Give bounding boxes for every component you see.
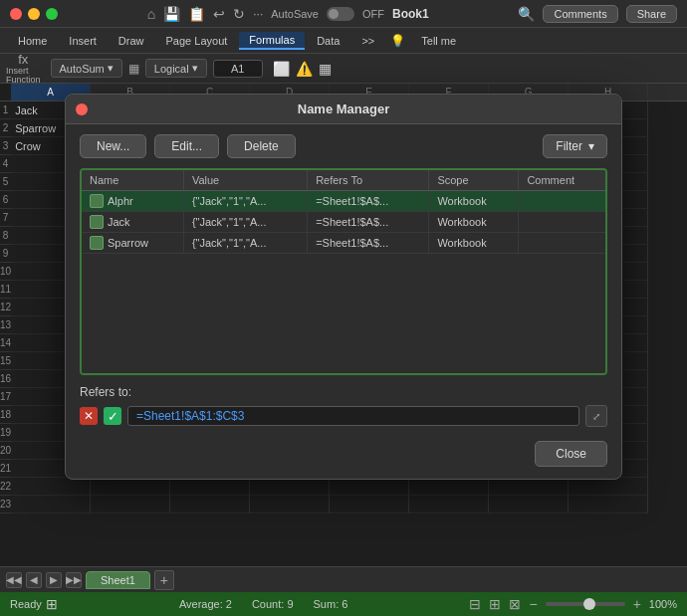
page-break-view-icon[interactable]: ⊠ — [509, 596, 521, 612]
zoom-slider[interactable] — [546, 602, 625, 606]
logical-icon: ▦ — [128, 62, 139, 76]
title-bar-center: ⌂ 💾 📋 ↩ ↻ ··· AutoSave OFF Book1 — [64, 6, 512, 22]
zoom-thumb — [583, 598, 595, 610]
tab-formulas[interactable]: Formulas — [239, 32, 305, 50]
autosave-toggle[interactable] — [327, 7, 354, 21]
value-cell-1: {"Jack","1","A... — [183, 212, 307, 233]
book-title: Book1 — [392, 7, 429, 21]
name-cell-2: Sparrow — [82, 233, 183, 254]
scope-cell-0: Workbook — [429, 191, 519, 212]
refsto-cell-2: =Sheet1!$A$... — [308, 233, 429, 254]
logical-label: Logical — [154, 63, 189, 75]
new-button[interactable]: New... — [80, 134, 146, 158]
sheet-nav-right[interactable]: ▶▶ — [66, 572, 82, 588]
comment-cell-0 — [519, 191, 605, 212]
refers-to-input[interactable] — [127, 406, 579, 426]
sheet-nav-next[interactable]: ▶ — [46, 572, 62, 588]
sheet-tabs-bar: ◀◀ ◀ ▶ ▶▶ Sheet1 + — [0, 566, 687, 592]
edit-button[interactable]: Edit... — [154, 134, 219, 158]
dialog-title: Name Manager — [298, 102, 389, 116]
table-row-0[interactable]: Alphr{"Jack","1","A...=Sheet1!$A$...Work… — [82, 191, 605, 212]
name-manager-dialog: Name Manager New... Edit... Delete Filte… — [65, 94, 622, 480]
filter-button[interactable]: Filter ▾ — [543, 134, 607, 158]
add-sheet-button[interactable]: + — [154, 570, 174, 590]
formula-icons: ⬜ ⚠️ ▦ — [273, 61, 332, 77]
close-traffic-light[interactable] — [10, 8, 22, 20]
filter-chevron-icon: ▾ — [588, 139, 594, 153]
name-table-body: Alphr{"Jack","1","A...=Sheet1!$A$...Work… — [82, 191, 605, 254]
sheet-tab-sheet1[interactable]: Sheet1 — [86, 571, 150, 589]
share-button[interactable]: Share — [626, 5, 677, 23]
sheet-nav-left[interactable]: ◀◀ — [6, 572, 22, 588]
name-cell-0: Alphr — [82, 191, 183, 212]
refers-confirm-button[interactable]: ✓ — [104, 407, 121, 425]
tab-page-layout[interactable]: Page Layout — [156, 33, 238, 49]
page-setup-icon: ⊞ — [46, 596, 58, 612]
status-right: ⊟ ⊞ ⊠ − + 100% — [469, 596, 677, 612]
ready-label: Ready — [10, 598, 42, 610]
zoom-percentage: 100% — [649, 598, 677, 610]
tab-insert[interactable]: Insert — [59, 33, 107, 49]
zoom-minus-icon[interactable]: − — [529, 596, 537, 612]
name-cell-1: Jack — [82, 212, 183, 233]
comments-button[interactable]: Comments — [543, 5, 617, 23]
col-value: Value — [183, 170, 307, 191]
table-header-row: Name Value Refers To Scope Comment — [82, 170, 605, 191]
col-refers-to: Refers To — [308, 170, 429, 191]
refers-expand-button[interactable]: ⤢ — [585, 405, 607, 427]
table-row-1[interactable]: Jack{"Jack","1","A...=Sheet1!$A$...Workb… — [82, 212, 605, 233]
status-center: Average: 2 Count: 9 Sum: 6 — [78, 598, 450, 610]
comment-cell-1 — [519, 212, 605, 233]
lightbulb-icon: 💡 — [390, 34, 405, 48]
autosave-label: AutoSave — [271, 8, 319, 20]
page-layout-view-icon[interactable]: ⊞ — [489, 596, 501, 612]
logical-button[interactable]: Logical ▾ — [145, 59, 207, 78]
dialog-toolbar: New... Edit... Delete Filter ▾ — [66, 124, 621, 168]
title-bar: ⌂ 💾 📋 ↩ ↻ ··· AutoSave OFF Book1 🔍 Comme… — [0, 0, 687, 28]
tab-data[interactable]: Data — [307, 33, 349, 49]
delete-button[interactable]: Delete — [227, 134, 296, 158]
zoom-plus-icon[interactable]: + — [633, 596, 641, 612]
more-icon[interactable]: ··· — [253, 7, 263, 21]
col-name: Name — [82, 170, 183, 191]
spreadsheet-main: 1 2 3 4 5 6 7 8 9 10 11 12 13 14 15 16 1… — [0, 84, 687, 566]
ribbon-tabs: Home Insert Draw Page Layout Formulas Da… — [0, 28, 687, 54]
close-button[interactable]: Close — [535, 441, 607, 467]
formula-bar: fx InsertFunction AutoSum ▾ ▦ Logical ▾ … — [0, 54, 687, 84]
tab-draw[interactable]: Draw — [109, 33, 154, 49]
tab-tell-me[interactable]: Tell me — [411, 33, 466, 49]
insert-function-button[interactable]: fx InsertFunction — [6, 52, 41, 85]
autosum-button[interactable]: AutoSum ▾ — [51, 59, 122, 78]
maximize-traffic-light[interactable] — [46, 8, 58, 20]
empty-table-area — [82, 254, 605, 373]
scope-cell-1: Workbook — [429, 212, 519, 233]
refers-input-row: ✕ ✓ ⤢ — [80, 405, 607, 427]
tab-home[interactable]: Home — [8, 33, 57, 49]
normal-view-icon[interactable]: ⊟ — [469, 596, 481, 612]
traffic-lights — [10, 8, 58, 20]
comment-cell-2 — [519, 233, 605, 254]
name-table-wrapper: Name Value Refers To Scope Comment Alphr… — [80, 168, 607, 375]
col-comment: Comment — [519, 170, 605, 191]
value-cell-0: {"Jack","1","A... — [183, 191, 307, 212]
redo-icon[interactable]: ↻ — [233, 6, 245, 22]
dialog-overlay: Name Manager New... Edit... Delete Filte… — [0, 84, 687, 566]
table-row-2[interactable]: Sparrow{"Jack","1","A...=Sheet1!$A$...Wo… — [82, 233, 605, 254]
autosum-label: AutoSum — [60, 63, 105, 75]
refers-cancel-button[interactable]: ✕ — [80, 407, 98, 425]
sheet-nav-prev[interactable]: ◀ — [26, 572, 42, 588]
tab-more[interactable]: >> — [351, 33, 384, 49]
minimize-traffic-light[interactable] — [28, 8, 40, 20]
col-scope: Scope — [429, 170, 519, 191]
undo-icon[interactable]: ↩ — [213, 6, 225, 22]
home-icon: ⌂ — [147, 6, 155, 22]
search-icon[interactable]: 🔍 — [518, 6, 535, 22]
name-table: Name Value Refers To Scope Comment Alphr… — [82, 170, 605, 254]
status-count: Count: 9 — [252, 598, 294, 610]
scope-cell-2: Workbook — [429, 233, 519, 254]
dialog-close-btn[interactable] — [76, 103, 88, 115]
autosum-chevron: ▾ — [108, 62, 114, 75]
refsto-cell-0: =Sheet1!$A$... — [308, 191, 429, 212]
logical-chevron: ▾ — [192, 62, 198, 75]
cell-reference-box[interactable]: A1 — [213, 60, 263, 78]
